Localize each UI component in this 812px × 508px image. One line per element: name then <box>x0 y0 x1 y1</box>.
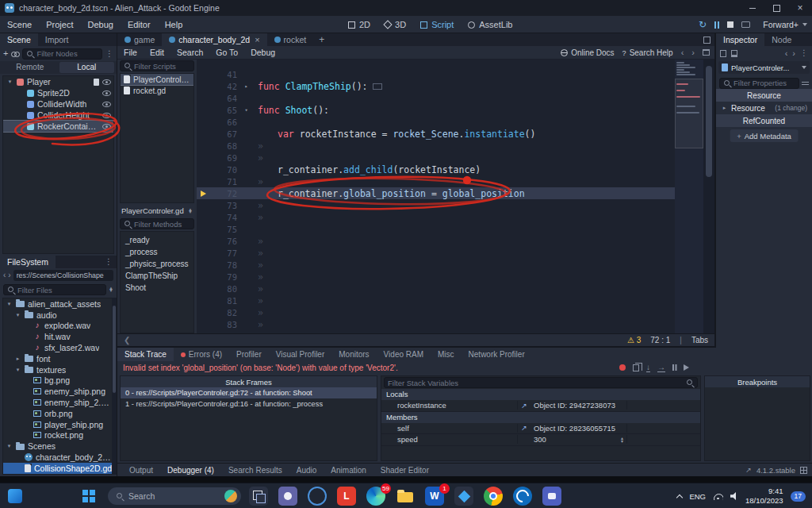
distraction-free-icon[interactable] <box>703 37 710 44</box>
bottom-tab-search-results[interactable]: Search Results <box>221 464 289 477</box>
fs-item-orb-png[interactable]: orb.png <box>3 408 113 419</box>
code-line-41[interactable]: 41 <box>197 68 675 80</box>
fs-item-player-ship-png[interactable]: player_ship.png <box>3 419 113 430</box>
visibility-icon[interactable] <box>102 79 111 85</box>
language-indicator[interactable]: ENG <box>689 492 706 501</box>
save-resource-icon[interactable] <box>731 50 737 57</box>
code-line-78[interactable]: 78» <box>197 259 675 271</box>
start-button[interactable] <box>82 490 95 502</box>
widgets-icon[interactable] <box>8 489 22 503</box>
forward-icon[interactable]: › <box>8 271 10 279</box>
script-history-back-icon[interactable]: ‹ <box>681 48 684 57</box>
workspace-assetlib[interactable]: AssetLib <box>461 20 519 29</box>
script-icon[interactable] <box>94 79 99 86</box>
edited-object-select[interactable]: PlayerControler... <box>718 61 810 74</box>
section-refcounted[interactable]: RefCounted <box>716 114 812 127</box>
open-object-icon[interactable]: ↗ <box>518 424 530 432</box>
code-line-79[interactable]: 79» <box>197 271 675 283</box>
debugger-tab-video-ram[interactable]: Video RAM <box>377 348 431 361</box>
stack-frame-1-res-scripts-pl[interactable]: 1 - res://Scripts/PlayerControler.gd:16 … <box>121 398 377 410</box>
minimap[interactable] <box>675 60 703 333</box>
fs-item-font[interactable]: ▸font <box>3 353 113 364</box>
instance-scene-icon[interactable] <box>11 51 19 57</box>
menu-debug[interactable]: Debug <box>80 16 120 33</box>
method-ready[interactable]: _ready <box>121 234 193 246</box>
breadcrumb[interactable]: res://Scenes/CollisionShape <box>13 270 113 281</box>
version-label[interactable]: 4.1.2.stable <box>756 466 795 475</box>
current-script-row[interactable]: PlayerControler.gd ▲▼ <box>117 205 197 217</box>
expander-icon[interactable]: ▾ <box>6 79 13 85</box>
app-purple-icon[interactable] <box>278 487 297 506</box>
method-clamptheship[interactable]: ClampTheShip <box>121 270 193 282</box>
volume-icon[interactable] <box>730 492 738 500</box>
method-process[interactable]: _process <box>121 246 193 258</box>
scene-node-colliderwidth[interactable]: ColliderWidth <box>3 98 113 110</box>
search-help-link[interactable]: Search Help <box>622 48 673 57</box>
bottom-tab-debugger-4[interactable]: Debugger (4) <box>160 464 221 477</box>
code-editor[interactable]: 4142▸func ClampTheShip():6465▾func Shoot… <box>197 60 714 333</box>
task-view-icon[interactable] <box>249 487 268 506</box>
script-history-forward-icon[interactable]: › <box>691 48 695 57</box>
stack-frame-0-res-scripts-pl[interactable]: 0 - res://Scripts/PlayerControler.gd:72 … <box>121 387 377 398</box>
code-line-76[interactable]: 76» <box>197 235 675 247</box>
edge-icon[interactable]: 59 <box>366 487 385 506</box>
debugger-tab-errors-4[interactable]: Errors (4) <box>174 348 229 361</box>
link-icon[interactable]: ↗ <box>745 466 752 474</box>
new-scene-tab-button[interactable]: + <box>313 33 330 46</box>
inspector-menu-icon[interactable]: ⋮ <box>800 49 808 57</box>
fs-item-collisionshape2d-gd[interactable]: CollisionShape2D.gd <box>3 463 113 474</box>
filesystem-menu-icon[interactable]: ⋮ <box>105 256 113 268</box>
close-tab-icon[interactable]: × <box>255 35 259 44</box>
code-line-77[interactable]: 77» <box>197 247 675 259</box>
minimize-button[interactable] <box>741 0 764 16</box>
script-menu-debug[interactable]: Debug <box>244 46 282 60</box>
back-icon[interactable]: ‹ <box>3 271 6 279</box>
variable-self[interactable]: self↗Object ID: 28236055715 <box>381 423 700 435</box>
code-line-68[interactable]: 68» <box>197 140 675 152</box>
tab-node[interactable]: Node <box>764 33 799 46</box>
fs-item-sfx-laser2-wav[interactable]: ♪sfx_laser2.wav <box>3 342 113 353</box>
fs-item-rocket-png[interactable]: rocket.png <box>3 430 113 441</box>
fold-gutter[interactable]: ▸ <box>241 83 251 90</box>
script-item-rocket-gd[interactable]: rocket.gd <box>121 85 193 96</box>
new-resource-icon[interactable] <box>720 50 726 57</box>
filter-methods-input[interactable] <box>134 220 190 229</box>
debugger-tab-monitors[interactable]: Monitors <box>331 348 376 361</box>
break-icon[interactable] <box>619 364 626 371</box>
add-metadata-button[interactable]: Add Metadata <box>730 129 799 142</box>
visibility-icon[interactable] <box>102 113 111 118</box>
filter-files-input[interactable] <box>17 286 102 294</box>
menu-editor[interactable]: Editor <box>121 16 158 33</box>
tab-inspector[interactable]: Inspector <box>716 33 764 46</box>
script-menu-edit[interactable]: Edit <box>144 46 170 60</box>
method-physics-process[interactable]: _physics_process <box>121 258 193 270</box>
copy-error-icon[interactable] <box>633 364 639 371</box>
step-over-icon[interactable]: → <box>657 364 665 372</box>
expander-icon[interactable]: ▸ <box>14 356 21 362</box>
visibility-icon[interactable] <box>102 90 111 96</box>
workspace-2d[interactable]: 2D <box>341 20 377 29</box>
debug-continue-icon[interactable] <box>684 364 689 371</box>
section-resource[interactable]: Resource <box>716 89 812 102</box>
bottom-tab-animation[interactable]: Animation <box>324 464 373 477</box>
code-line-82[interactable]: 82» <box>197 306 675 318</box>
visibility-icon[interactable] <box>102 102 111 107</box>
app-red-l-icon[interactable]: L <box>337 487 356 506</box>
code-line-80[interactable]: 80» <box>197 283 675 294</box>
code-line-66[interactable]: 66 <box>197 116 675 128</box>
view-tab-remote[interactable]: Remote <box>2 62 58 73</box>
script-menu-file[interactable]: File <box>117 46 144 60</box>
fs-item-character-body-2d-tscn[interactable]: character_body_2d.tscn <box>3 452 113 463</box>
close-button[interactable]: × <box>788 0 812 16</box>
taskbar-search-input[interactable] <box>128 491 220 501</box>
file-explorer-icon[interactable] <box>396 487 415 506</box>
collapse-panel-icon[interactable]: ❮ <box>124 336 130 344</box>
sort-methods-icon[interactable]: ▲▼ <box>188 209 193 214</box>
stop-icon[interactable] <box>727 21 733 28</box>
movie-mode-icon[interactable] <box>741 21 750 28</box>
code-line-83[interactable]: 83» <box>197 318 675 330</box>
code-line-67[interactable]: 67var rocketInstance = rocket_Scene.inst… <box>197 128 675 140</box>
add-node-icon[interactable]: + <box>3 49 8 58</box>
fs-item-textures[interactable]: ▾textures <box>3 364 113 375</box>
expander-icon[interactable]: ▸ <box>721 105 728 111</box>
